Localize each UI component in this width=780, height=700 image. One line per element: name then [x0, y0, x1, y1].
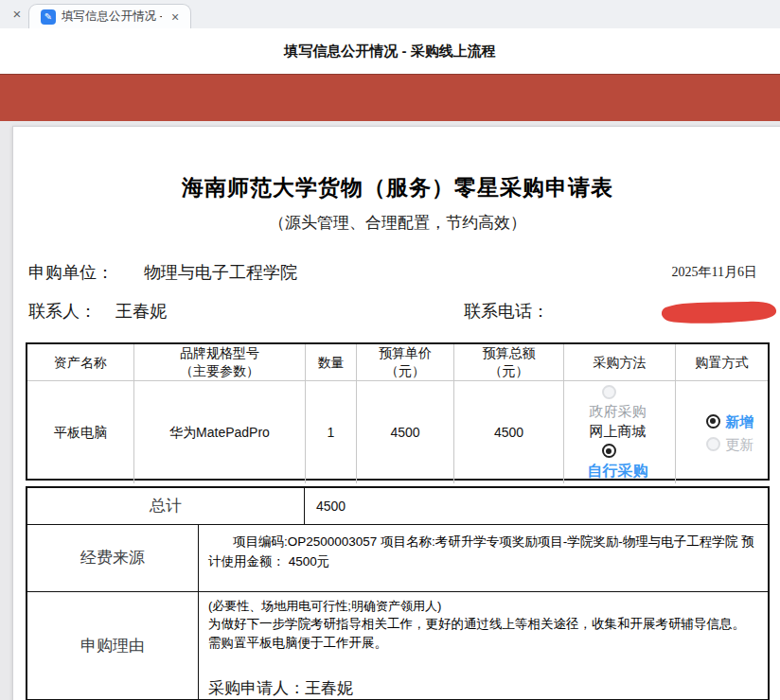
- cell-acquisition-mode: 新增 更新: [676, 381, 768, 483]
- contact-value: 王春妮: [115, 300, 167, 323]
- form-subtitle: （源头管理、合理配置，节约高效）: [26, 212, 770, 234]
- tab-close-icon[interactable]: ×: [168, 9, 183, 25]
- page-title: 填写信息公开情况 - 采购线上流程: [284, 43, 495, 61]
- header-brand-model: 品牌规格型号 （主要参数）: [134, 344, 306, 380]
- cell-unit-price: 4500: [357, 381, 454, 483]
- summary-table: 总计 4500 经费来源 项目编码:OP2500003057 项目名称:考研升学…: [26, 486, 770, 700]
- unit-label: 申购单位：: [28, 261, 114, 284]
- form-title: 海南师范大学货物（服务）零星采购申请表: [26, 173, 770, 202]
- tab-title: 填写信息公开情况 - 采: [62, 9, 162, 25]
- reason-row: 申购理由 (必要性、场地用电可行性;明确资产领用人) 为做好下一步学院考研指导相…: [27, 592, 768, 699]
- total-value: 4500: [305, 488, 768, 524]
- total-label: 总计: [27, 488, 305, 524]
- phone-redaction-scribble: [658, 299, 778, 325]
- tab-bar: × ✎ 填写信息公开情况 - 采 ×: [0, 0, 780, 28]
- option-update[interactable]: 更新: [706, 435, 754, 453]
- cell-asset-name: 平板电脑: [27, 381, 134, 483]
- header-acquisition-mode: 购置方式: [676, 344, 768, 380]
- window-close-icon[interactable]: ×: [8, 5, 27, 24]
- cell-quantity: 1: [306, 381, 357, 483]
- label-update[interactable]: 更新: [726, 435, 754, 453]
- edit-icon: ✎: [41, 9, 56, 25]
- cell-purchase-method: 政府采购 网上商城 自行采购: [564, 381, 676, 483]
- header-total-price: 预算总额 （元）: [454, 344, 564, 380]
- label-government-purchase[interactable]: 政府采购: [590, 402, 647, 421]
- phone-label: 联系电话：: [464, 300, 549, 323]
- reason-label: 申购理由: [27, 592, 199, 699]
- label-self-purchase[interactable]: 自行采购: [588, 461, 648, 481]
- items-table-row: 平板电脑 华为MatePadPro 1 4500 4500 政府采购 网上商城 …: [27, 381, 768, 483]
- funding-text: 项目编码:OP2500003057 项目名称:考研升学专项奖励项目-学院奖励-物…: [199, 525, 768, 571]
- option-new[interactable]: 新增: [706, 412, 754, 430]
- header-unit-price: 预算单价 （元）: [357, 344, 454, 380]
- form-date: 2025年11月6日: [672, 264, 757, 281]
- header-quantity: 数量: [306, 344, 357, 380]
- radio-new[interactable]: [706, 414, 720, 429]
- label-new[interactable]: 新增: [726, 412, 754, 430]
- cell-brand-model: 华为MatePadPro: [134, 381, 306, 483]
- reason-note: (必要性、场地用电可行性;明确资产领用人): [208, 597, 756, 615]
- items-table: 资产名称 品牌规格型号 （主要参数） 数量 预算单价 （元） 预算总额 （元） …: [26, 342, 770, 481]
- radio-self-purchase[interactable]: [602, 444, 616, 458]
- red-banner: [0, 74, 780, 121]
- label-online-mall[interactable]: 网上商城: [590, 422, 647, 441]
- total-row: 总计 4500: [27, 488, 768, 525]
- header-purchase-method: 采购方法: [564, 344, 676, 380]
- applicant: 采购申请人：王春妮: [208, 677, 756, 699]
- radio-government-ecommerce[interactable]: [602, 385, 616, 399]
- items-table-header: 资产名称 品牌规格型号 （主要参数） 数量 预算单价 （元） 预算总额 （元） …: [27, 344, 768, 381]
- contact-label: 联系人：: [28, 300, 97, 323]
- browser-tab[interactable]: ✎ 填写信息公开情况 - 采 ×: [28, 4, 191, 28]
- reason-text: 为做好下一步学院考研指导相关工作，更好的通过线上等相关途径，收集和开展考研辅导信…: [208, 615, 756, 653]
- radio-update[interactable]: [706, 437, 720, 451]
- funding-row: 经费来源 项目编码:OP2500003057 项目名称:考研升学专项奖励项目-学…: [27, 525, 768, 592]
- browser-window: × ✎ 填写信息公开情况 - 采 × 填写信息公开情况 - 采购线上流程 海南师…: [0, 0, 780, 700]
- cell-total-price: 4500: [454, 381, 564, 483]
- unit-value: 物理与电子工程学院: [144, 261, 297, 284]
- title-bar: 填写信息公开情况 - 采购线上流程: [0, 28, 780, 74]
- header-asset-name: 资产名称: [27, 344, 134, 380]
- funding-label: 经费来源: [27, 525, 199, 591]
